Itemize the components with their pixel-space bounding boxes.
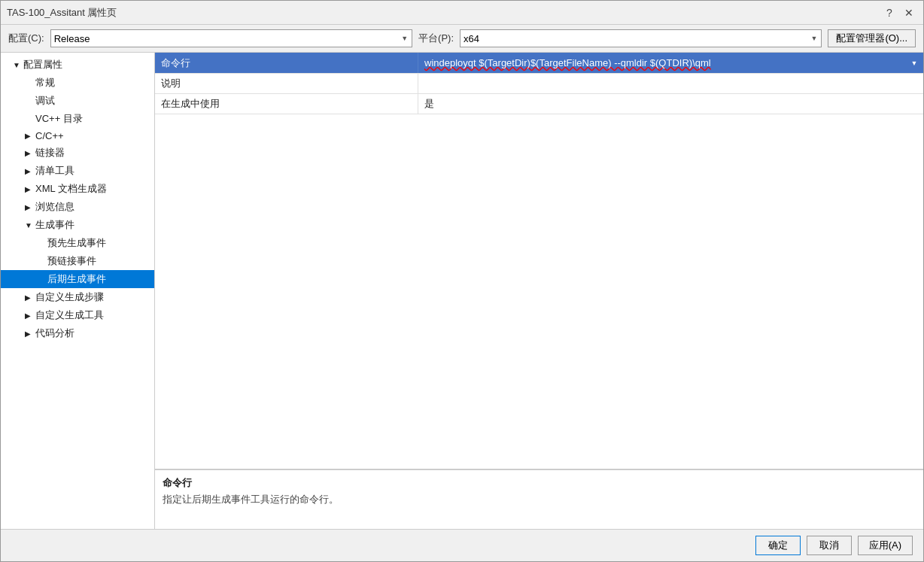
content-area: 命令行 windeployqt $(TargetDir)$(TargetFile… [155, 53, 923, 529]
platform-label: 平台(P): [418, 32, 454, 45]
arrow-icon: ▼ [13, 61, 23, 69]
toolbar: 配置(C): Release 平台(P): x64 配置管理器(O)... [1, 25, 923, 53]
sidebar-item-label: 生成事件 [35, 218, 154, 232]
sidebar-item-label: C/C++ [35, 130, 154, 141]
title-bar: TAS-100_Assitant 属性页 ? ✕ [1, 1, 923, 25]
prop-name-command: 命令行 [161, 56, 190, 70]
sidebar-item-label: 常规 [35, 76, 154, 90]
config-select[interactable]: Release [50, 29, 412, 47]
sidebar-item-post-build[interactable]: 后期生成事件 [1, 270, 154, 288]
help-button[interactable]: ? [881, 5, 898, 21]
config-manager-button[interactable]: 配置管理器(O)... [828, 29, 916, 47]
sidebar-item-debug[interactable]: 调试 [1, 92, 154, 110]
ok-button[interactable]: 确定 [755, 536, 801, 555]
config-select-wrapper: Release [50, 29, 412, 47]
prop-name-desc: 说明 [161, 77, 181, 90]
sidebar-item-config-props[interactable]: ▼ 配置属性 [1, 56, 154, 74]
title-bar-left: TAS-100_Assitant 属性页 [7, 6, 117, 20]
sidebar-item-custom-tool[interactable]: ▶ 自定义生成工具 [1, 306, 154, 324]
sidebar-item-xml-gen[interactable]: ▶ XML 文档生成器 [1, 180, 154, 198]
chevron-right-icon: ▶ [25, 185, 35, 193]
sidebar-item-code-analysis[interactable]: ▶ 代码分析 [1, 324, 154, 342]
sidebar-item-pre-link[interactable]: 预链接事件 [1, 252, 154, 270]
close-button[interactable]: ✕ [901, 5, 917, 21]
description-area: 命令行 指定让后期生成事件工具运行的命令行。 [155, 469, 923, 529]
chevron-right-icon: ▶ [25, 167, 35, 175]
prop-row-use-in-build[interactable]: 在生成中使用 是 [155, 94, 923, 114]
chevron-right-icon: ▶ [25, 132, 35, 140]
footer: 确定 取消 应用(A) [1, 529, 923, 561]
sidebar-item-browse[interactable]: ▶ 浏览信息 [1, 198, 154, 216]
chevron-down-icon: ▼ [25, 221, 35, 229]
chevron-right-icon: ▶ [25, 311, 35, 320]
property-table: 命令行 windeployqt $(TargetDir)$(TargetFile… [155, 53, 923, 469]
sidebar-item-label: 配置属性 [23, 58, 154, 71]
sidebar-item-manifest[interactable]: ▶ 清单工具 [1, 162, 154, 180]
description-text: 指定让后期生成事件工具运行的命令行。 [163, 493, 916, 506]
platform-select[interactable]: x64 [460, 29, 822, 47]
sidebar-item-linker[interactable]: ▶ 链接器 [1, 144, 154, 162]
dialog-title: TAS-100_Assitant 属性页 [7, 6, 117, 20]
main-area: ▼ 配置属性 常规 调试 VC++ 目录 [1, 53, 923, 529]
sidebar-item-cpp[interactable]: ▶ C/C++ [1, 128, 154, 144]
sidebar-item-label: 清单工具 [35, 164, 154, 178]
sidebar-item-label: 链接器 [35, 146, 154, 159]
sidebar-item-label: XML 文档生成器 [35, 182, 154, 196]
sidebar-item-label: 调试 [35, 94, 154, 108]
chevron-right-icon: ▶ [25, 293, 35, 302]
apply-button[interactable]: 应用(A) [858, 536, 913, 555]
sidebar-item-label: 预先生成事件 [47, 236, 154, 250]
sidebar-item-general[interactable]: 常规 [1, 74, 154, 92]
chevron-right-icon: ▶ [25, 330, 35, 338]
chevron-right-icon: ▶ [25, 149, 35, 157]
cancel-button[interactable]: 取消 [807, 536, 852, 555]
sidebar: ▼ 配置属性 常规 调试 VC++ 目录 [1, 53, 155, 529]
sidebar-item-label: 浏览信息 [35, 200, 154, 214]
title-bar-controls: ? ✕ [881, 5, 917, 21]
prop-dropdown-button[interactable]: ▼ [905, 53, 923, 73]
platform-select-wrapper: x64 [460, 29, 822, 47]
description-title: 命令行 [163, 476, 916, 490]
sidebar-item-label: 预链接事件 [47, 254, 154, 268]
prop-value-use: 是 [424, 97, 434, 111]
dialog-window: TAS-100_Assitant 属性页 ? ✕ 配置(C): Release … [0, 0, 924, 562]
sidebar-item-vc-dir[interactable]: VC++ 目录 [1, 110, 154, 128]
sidebar-item-build-events[interactable]: ▼ 生成事件 [1, 216, 154, 234]
config-label: 配置(C): [8, 32, 44, 45]
sidebar-item-label: VC++ 目录 [35, 112, 154, 126]
prop-name-use: 在生成中使用 [161, 97, 220, 111]
sidebar-item-label: 自定义生成步骤 [35, 290, 154, 304]
sidebar-item-custom-build[interactable]: ▶ 自定义生成步骤 [1, 288, 154, 306]
prop-row-description[interactable]: 说明 [155, 74, 923, 94]
sidebar-item-pre-build[interactable]: 预先生成事件 [1, 234, 154, 252]
sidebar-item-label: 后期生成事件 [47, 272, 154, 286]
chevron-right-icon: ▶ [25, 203, 35, 211]
sidebar-item-label: 自定义生成工具 [35, 308, 154, 322]
prop-value-command: windeployqt $(TargetDir)$(TargetFileName… [424, 57, 711, 68]
sidebar-item-label: 代码分析 [35, 327, 154, 340]
prop-row-command[interactable]: 命令行 windeployqt $(TargetDir)$(TargetFile… [155, 53, 923, 74]
